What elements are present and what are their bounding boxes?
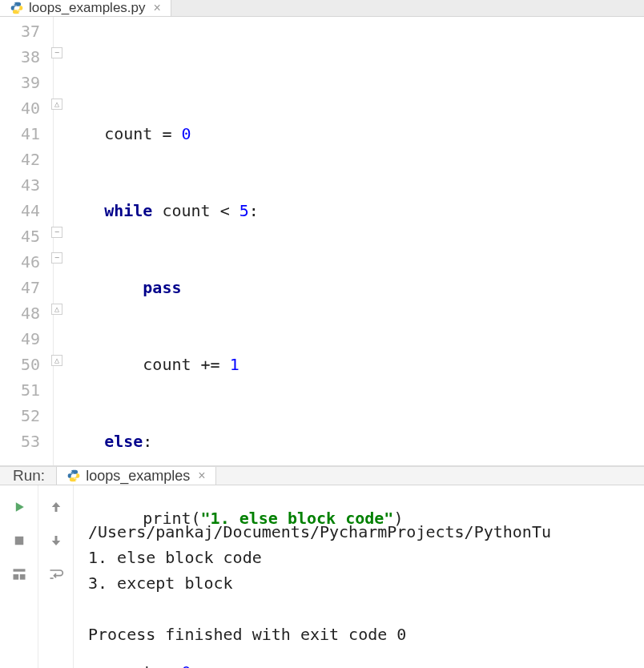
run-panel-label: Run: [0,467,56,485]
svg-point-1 [18,12,19,13]
code-area[interactable]: count = 0 while count < 5: pass count +=… [66,17,644,465]
rerun-button[interactable] [9,497,30,517]
down-arrow-icon[interactable] [46,530,66,551]
layout-button[interactable] [9,564,30,585]
editor-tabbar: loops_examples.py × [0,0,644,17]
fold-end-icon[interactable]: △ [51,355,62,366]
close-icon[interactable]: × [154,1,161,15]
fold-toggle-icon[interactable]: − [51,227,62,238]
soft-wrap-icon[interactable] [46,564,66,585]
run-toolbar-primary [0,485,38,668]
editor-tab-label: loops_examples.py [29,0,146,16]
svg-rect-5 [13,569,25,571]
svg-rect-6 [13,574,18,580]
fold-end-icon[interactable]: △ [51,99,62,110]
svg-rect-4 [14,537,23,545]
stop-button[interactable] [9,530,30,551]
svg-rect-7 [19,574,25,580]
fold-gutter: − △ − − △ △ [51,17,66,465]
editor-tab-loops-examples[interactable]: loops_examples.py × [0,0,171,16]
up-arrow-icon[interactable] [46,497,66,517]
fold-toggle-icon[interactable]: − [51,47,62,58]
python-file-icon [10,1,24,15]
line-number-gutter: 37 38 39 40 41 42 43 44 45 46 47 48 49 5… [0,17,51,465]
svg-point-0 [14,3,15,4]
fold-end-icon[interactable]: △ [51,304,62,315]
fold-toggle-icon[interactable]: − [51,252,62,264]
code-editor[interactable]: 37 38 39 40 41 42 43 44 45 46 47 48 49 5… [0,17,644,465]
